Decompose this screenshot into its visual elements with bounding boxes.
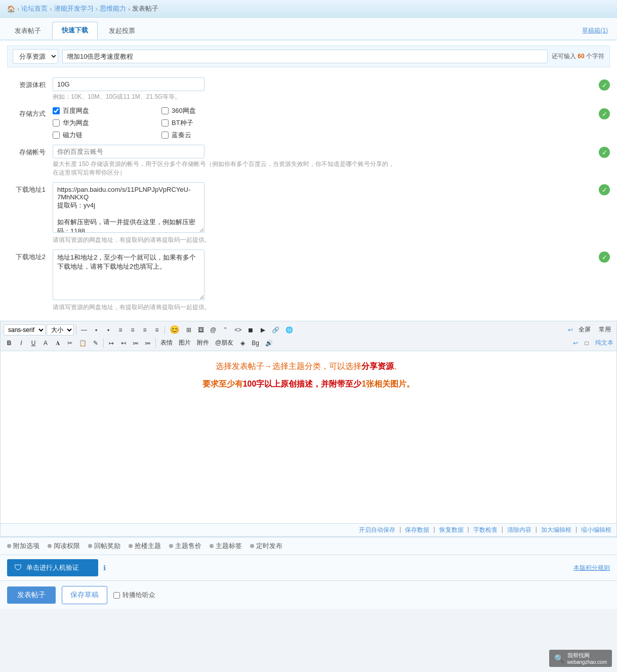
toolbar-row2: B I U A 𝐀 ✂ 📋 ✎ ↦ ↤ ≔ ≔ 表情 图片 附件 @朋友 ◈ B… xyxy=(4,337,613,349)
font-btn1[interactable]: 𝐀 xyxy=(52,338,63,348)
option-item-6[interactable]: 定时发布 xyxy=(250,541,282,551)
mention-label[interactable]: @朋友 xyxy=(213,337,236,349)
toolbar-block1[interactable]: ▪ xyxy=(91,325,102,335)
storage-method-row: 存储方式 百度网盘 360网盘 华为网盘 xyxy=(7,106,610,140)
download-url2-check: ✓ xyxy=(599,249,610,263)
option-item-3[interactable]: 抢楼主题 xyxy=(129,541,161,551)
main-container: 发表帖子 快速下载 发起投票 草稿箱(1) 分享资源 还可输入 60 个字符 资… xyxy=(0,18,617,609)
score-rule-link[interactable]: 本版积分规则 xyxy=(573,564,610,572)
save-draft-button[interactable]: 保存草稿 xyxy=(62,586,107,604)
tab-vote[interactable]: 发起投票 xyxy=(99,22,145,39)
code-button[interactable]: <> xyxy=(232,325,244,335)
image-label[interactable]: 图片 xyxy=(176,337,193,349)
fullscreen-button[interactable]: 全屏 xyxy=(576,324,593,335)
editor-body[interactable]: 选择发表帖子→选择主题分类，可以选择分享资源。 要求至少有100字以上原创描述，… xyxy=(1,351,616,523)
font-btn4[interactable]: ✎ xyxy=(90,338,101,348)
captcha-row: 🛡 单击进行人机验证 ℹ 本版积分规则 xyxy=(0,555,617,580)
storage-checkboxes: 百度网盘 360网盘 华为网盘 BT种子 xyxy=(53,106,255,140)
category-select[interactable]: 分享资源 xyxy=(13,49,58,64)
checkbox-bt[interactable]: BT种子 xyxy=(161,118,255,128)
breadcrumb-forum[interactable]: 论坛首页 xyxy=(21,4,48,13)
editor-prompt-line1: 选择发表帖子→选择主题分类，可以选择分享资源。 xyxy=(11,359,606,374)
toolbar-sep2 xyxy=(164,325,165,334)
wordcount-link[interactable]: 字数检查 xyxy=(473,526,498,534)
restore-data-link[interactable]: 恢复数据 xyxy=(439,526,464,534)
tab-post[interactable]: 发表帖子 xyxy=(5,22,51,39)
extra-btn1[interactable]: ◈ xyxy=(237,338,248,348)
font-btn3[interactable]: 📋 xyxy=(76,338,89,348)
storage-account-input[interactable] xyxy=(53,145,204,158)
list-btn1[interactable]: ≔ xyxy=(130,338,141,348)
checkbox-lanzou[interactable]: 蓝奏云 xyxy=(161,131,255,140)
option-item-2[interactable]: 回帖奖励 xyxy=(88,541,120,551)
toolbar-align-left[interactable]: ≡ xyxy=(115,325,126,335)
download-url1-check: ✓ xyxy=(599,182,610,195)
toolbar-block2[interactable]: ▪ xyxy=(103,325,114,335)
italic-button[interactable]: I xyxy=(16,338,27,348)
table-label[interactable]: 表情 xyxy=(158,337,175,349)
common-button[interactable]: 常用 xyxy=(596,324,613,335)
font-btn2[interactable]: ✂ xyxy=(64,338,75,348)
toolbar-dash[interactable]: — xyxy=(78,325,90,335)
toolbar-align-center[interactable]: ≡ xyxy=(127,325,138,335)
breadcrumb-category[interactable]: 潜能开发学习 xyxy=(54,4,94,13)
image-button[interactable]: 🖼 xyxy=(195,325,207,335)
download-url1-textarea[interactable]: https://pan.baidu.com/s/11PLNPJpVpRCYeU-… xyxy=(53,182,204,233)
submit-button[interactable]: 发表帖子 xyxy=(7,586,56,604)
title-input[interactable] xyxy=(62,50,548,63)
option-item-0[interactable]: 附加选项 xyxy=(7,541,39,551)
checkbox-magnet[interactable]: 磁力链 xyxy=(53,131,146,140)
breadcrumb-subcategory[interactable]: 思维能力 xyxy=(100,4,126,13)
submit-row: 发表帖子 保存草稿 转播给听众 xyxy=(0,580,617,609)
attach-label[interactable]: 附件 xyxy=(194,337,212,349)
shrink-editor-link[interactable]: 缩小编辑框 xyxy=(581,526,611,534)
extra-btn2[interactable]: Bg xyxy=(249,338,262,348)
underline-button[interactable]: U xyxy=(28,338,39,348)
list-btn2[interactable]: ≔ xyxy=(142,338,153,348)
media-button3[interactable]: 🔗 xyxy=(269,325,282,335)
download-url2-row: 下载地址2 地址1和地址2，至少有一个就可以，如果有多个下载地址，请将下载地址2… xyxy=(7,249,610,312)
quote-button[interactable]: " xyxy=(220,325,231,335)
extra-btn3[interactable]: 🔊 xyxy=(263,338,275,348)
resource-size-input[interactable] xyxy=(53,77,204,91)
emoji-button[interactable]: 😊 xyxy=(167,323,182,336)
captcha-box[interactable]: 🛡 单击进行人机验证 xyxy=(7,559,98,576)
email-button[interactable]: @ xyxy=(208,325,219,335)
plain-text-check[interactable]: □ xyxy=(581,338,592,348)
home-icon[interactable]: 🏠 xyxy=(7,5,15,13)
checkbox-baidu[interactable]: 百度网盘 xyxy=(53,106,146,115)
indent-btn2[interactable]: ↤ xyxy=(118,338,129,348)
transfer-checkbox[interactable]: 转播给听众 xyxy=(113,591,155,600)
clear-link[interactable]: 清除内容 xyxy=(507,526,531,534)
toolbar-align-right[interactable]: ≡ xyxy=(139,325,150,335)
download-url2-textarea[interactable]: 地址1和地址2，至少有一个就可以，如果有多个下载地址，请将下载地址2也填写上。 xyxy=(53,249,204,300)
plain-text-label: 纯文本 xyxy=(595,339,613,347)
autosave-link[interactable]: 开启自动保存 xyxy=(359,526,395,534)
captcha-info-icon[interactable]: ℹ xyxy=(103,564,106,572)
resource-size-hint: 例如：10K、10M、10G或11.1M、21.5G等等。 xyxy=(53,93,397,101)
color-button[interactable]: A xyxy=(40,338,51,348)
storage-method-check: ✓ xyxy=(599,106,610,119)
indent-btn1[interactable]: ↦ xyxy=(106,338,117,348)
media-button4[interactable]: 🌐 xyxy=(283,325,296,335)
option-item-5[interactable]: 主题标签 xyxy=(210,541,242,551)
media-button2[interactable]: ▶ xyxy=(257,325,268,335)
title-row: 分享资源 还可输入 60 个字符 xyxy=(7,46,610,67)
option-item-1[interactable]: 阅读权限 xyxy=(48,541,80,551)
font-size-select[interactable]: 大小 xyxy=(47,324,74,335)
enlarge-editor-link[interactable]: 加大编辑框 xyxy=(541,526,571,534)
tab-download[interactable]: 快速下载 xyxy=(52,22,98,39)
toolbar-sep1 xyxy=(76,325,76,334)
save-data-link[interactable]: 保存数据 xyxy=(405,526,429,534)
table-button[interactable]: ⊞ xyxy=(183,325,194,335)
draft-button[interactable]: 草稿箱(1) xyxy=(578,24,612,37)
bold-button[interactable]: B xyxy=(4,338,15,348)
media-button1[interactable]: ◼ xyxy=(245,325,256,335)
checkbox-360[interactable]: 360网盘 xyxy=(161,106,255,115)
resource-form: 资源体积 例如：10K、10M、10G或11.1M、21.5G等等。 ✓ 存储方… xyxy=(7,73,610,316)
font-family-select[interactable]: sans-serif xyxy=(4,324,46,335)
resource-size-check: ✓ xyxy=(599,77,610,91)
checkbox-huawei[interactable]: 华为网盘 xyxy=(53,118,146,128)
toolbar-align-justify[interactable]: ≡ xyxy=(151,325,162,335)
option-item-4[interactable]: 主题售价 xyxy=(169,541,201,551)
